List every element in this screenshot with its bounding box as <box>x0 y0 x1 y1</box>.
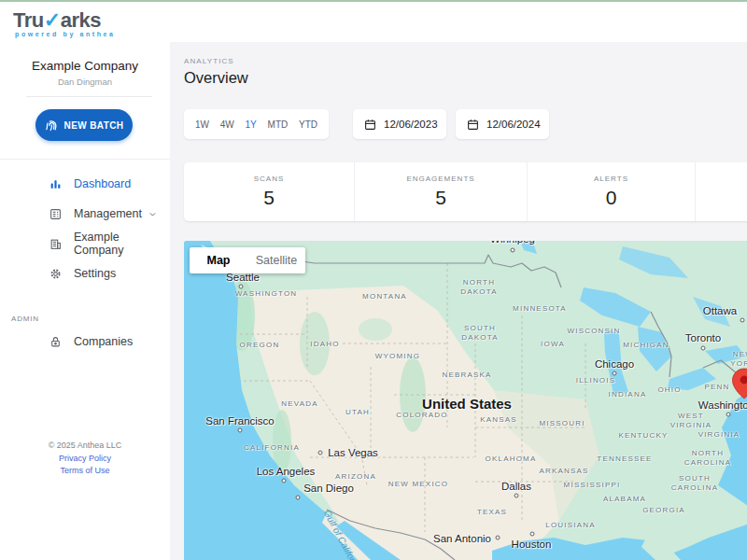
stat-label: ALERTS <box>594 175 628 183</box>
map-city-dot <box>238 428 243 433</box>
sidebar-item-management[interactable]: Management <box>0 199 170 229</box>
map-state-label: NEW YORK <box>730 350 747 369</box>
sidebar-item-example-company[interactable]: Example Company <box>0 229 170 259</box>
map-state-label: CALIFORNIA <box>244 443 300 453</box>
map-city-label: Los Angeles <box>257 466 316 477</box>
stats-bar: SCANS 5 ENGAGEMENTS 5 ALERTS 0 <box>184 162 747 221</box>
map-state-label: IOWA <box>541 340 565 349</box>
range-mtd-button[interactable]: MTD <box>268 119 289 130</box>
map-state-label: WEST VIRGINIA <box>670 412 712 430</box>
map-city-dot <box>296 496 301 500</box>
stat-alerts: ALERTS 0 <box>528 162 696 221</box>
user-name: Dan Dingman <box>0 77 170 87</box>
end-date-value: 12/06/2024 <box>486 119 541 130</box>
main-content: ANALYTICS Overview 1W 4W 1Y MTD YTD 12/0… <box>184 42 747 560</box>
map-city-label: San Diego <box>303 483 354 494</box>
new-batch-button[interactable]: NEW BATCH <box>35 109 133 141</box>
divider <box>0 159 170 160</box>
range-4w-button[interactable]: 4W <box>220 119 234 130</box>
admin-section-heading: ADMIN <box>11 310 170 327</box>
range-1w-button[interactable]: 1W <box>195 119 209 130</box>
gear-icon <box>49 268 62 280</box>
map-state-label: KENTUCKY <box>618 431 668 441</box>
section-eyebrow: ANALYTICS <box>184 57 234 65</box>
map-state-label: ARKANSAS <box>539 467 588 476</box>
map-city-label: Toronto <box>685 332 721 343</box>
map-marker-pin[interactable] <box>731 368 747 399</box>
map-state-label: GEORGIA <box>642 506 685 515</box>
start-date-picker[interactable]: 12/06/2023 <box>353 109 446 139</box>
stat-empty <box>696 162 747 221</box>
map-labels: United States Gulf of California WASHING… <box>184 241 747 560</box>
bar-chart-icon <box>49 178 62 190</box>
map-water-label: Gulf of California <box>322 509 364 560</box>
map-state-label: MISSOURI <box>539 419 585 428</box>
map-state-label: WISCONSIN <box>567 327 620 336</box>
map-state-label: WYOMING <box>375 352 420 361</box>
sidebar: Tru✓arks powered by anthea Example Compa… <box>0 0 170 560</box>
map-state-label: MICHIGAN <box>623 341 669 350</box>
privacy-policy-link[interactable]: Privacy Policy <box>0 453 170 466</box>
map-city-label: San Francisco <box>205 415 275 427</box>
map-state-label: ALABAMA <box>603 495 646 504</box>
map-city-dot <box>239 285 244 289</box>
map-state-label: TEXAS <box>477 508 507 517</box>
building-icon <box>49 238 62 250</box>
sidebar-item-label: Management <box>74 207 142 220</box>
stat-scans: SCANS 5 <box>184 162 355 221</box>
stat-label: SCANS <box>254 175 285 183</box>
map-state-label: TENNESSEE <box>597 455 652 464</box>
sidebar-item-label: Companies <box>74 335 133 348</box>
map-city-label: Las Vegas <box>328 447 378 458</box>
start-date-value: 12/06/2023 <box>384 119 438 130</box>
list-icon <box>49 208 62 220</box>
map-city-dot <box>701 346 706 351</box>
map-city-dot <box>318 451 323 455</box>
map-country-label: United States <box>422 396 512 412</box>
satellite-view-button[interactable]: Satellite <box>247 254 305 267</box>
range-1y-button[interactable]: 1Y <box>246 119 257 130</box>
map-city-dot <box>282 479 287 483</box>
company-block: Example Company Dan Dingman <box>0 59 170 87</box>
map-state-label: INDIANA <box>609 390 647 399</box>
terms-of-use-link[interactable]: Terms of Use <box>0 465 170 478</box>
checkmark-icon: ✓ <box>44 8 61 32</box>
map-city-dot <box>496 536 500 540</box>
lock-icon <box>49 336 62 348</box>
stat-value: 0 <box>606 187 617 209</box>
copyright-text: © 2025 Anthea LLC <box>0 440 170 453</box>
map-city-label: Winnipeg <box>490 241 535 245</box>
map-city-label: Chicago <box>595 358 634 370</box>
sidebar-item-settings[interactable]: Settings <box>0 259 170 288</box>
logo-text: Tru <box>13 8 44 32</box>
stat-engagements: ENGAGEMENTS 5 <box>355 162 528 221</box>
map-type-control: Map Satellite <box>190 247 305 273</box>
map-state-label: OKLAHOMA <box>486 455 537 464</box>
end-date-picker[interactable]: 12/06/2024 <box>456 109 549 139</box>
map-state-label: VIRGINIA <box>698 430 740 440</box>
sidebar-item-companies[interactable]: Companies <box>0 327 170 357</box>
map-city-label: San Antonio <box>433 533 491 544</box>
map-state-label: ILLINOIS <box>576 376 616 385</box>
map-widget[interactable]: United States Gulf of California WASHING… <box>184 241 747 560</box>
map-city-dot <box>613 371 617 376</box>
stat-value: 5 <box>435 187 446 209</box>
range-ytd-button[interactable]: YTD <box>299 119 317 130</box>
map-state-label: COLORADO <box>396 411 447 420</box>
map-state-label: IDAHO <box>310 340 339 349</box>
main-area: ANALYTICS Overview 1W 4W 1Y MTD YTD 12/0… <box>170 0 747 560</box>
map-city-label: Ottawa <box>703 305 737 316</box>
map-state-label: OREGON <box>240 341 280 350</box>
map-view-button[interactable]: Map <box>190 254 247 267</box>
logo-text-2: arks <box>61 8 101 32</box>
map-state-label: PENN <box>704 383 729 392</box>
brand-tagline: powered by anthea <box>15 31 116 37</box>
sidebar-menu: Dashboard Management Example Company Set… <box>0 169 170 357</box>
sidebar-item-label: Dashboard <box>74 177 131 190</box>
sidebar-footer: © 2025 Anthea LLC Privacy Policy Terms o… <box>0 440 170 478</box>
page-title: Overview <box>184 69 248 87</box>
map-state-label: NORTH DAKOTA <box>460 278 498 297</box>
brand-logo: Tru✓arks <box>13 8 101 33</box>
sidebar-item-dashboard[interactable]: Dashboard <box>0 169 170 199</box>
fingerprint-icon <box>45 119 59 133</box>
